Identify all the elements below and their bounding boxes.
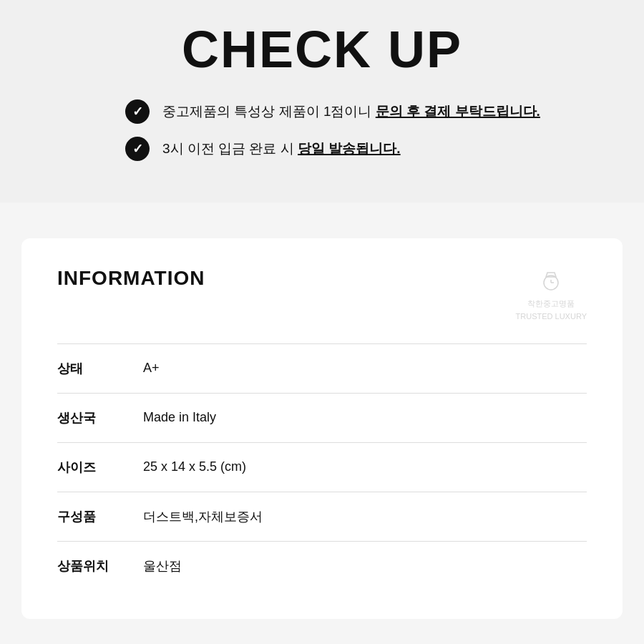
info-row: 상품위치울산점 [57, 541, 587, 590]
check-text-1: 중고제품의 특성상 제품이 1점이니 문의 후 결제 부탁드립니다. [162, 102, 540, 122]
info-label-2: 사이즈 [57, 459, 143, 476]
info-value-3: 더스트백,자체보증서 [143, 508, 263, 525]
header-section: CHECK UP 중고제품의 특성상 제품이 1점이니 문의 후 결제 부탁드립… [0, 0, 644, 203]
info-value-1: Made in Italy [143, 410, 216, 425]
check-items-list: 중고제품의 특성상 제품이 1점이니 문의 후 결제 부탁드립니다. 3시 이전… [125, 99, 540, 174]
info-row: 생산국Made in Italy [57, 393, 587, 442]
check-item-1: 중고제품의 특성상 제품이 1점이니 문의 후 결제 부탁드립니다. [125, 99, 540, 124]
info-row: 사이즈25 x 14 x 5.5 (cm) [57, 442, 587, 492]
check-text-before-1: 중고제품의 특성상 제품이 1점이니 [162, 104, 376, 119]
info-title: INFORMATION [57, 267, 205, 290]
check-item-2: 3시 이전 입금 완료 시 당일 발송됩니다. [125, 137, 540, 161]
info-value-0: A+ [143, 361, 160, 376]
check-icon-1 [125, 99, 150, 124]
info-label-4: 상품위치 [57, 557, 143, 575]
info-row: 상태A+ [57, 343, 587, 393]
check-text-before-2: 3시 이전 입금 완료 시 [162, 141, 298, 156]
check-text-highlight-2: 당일 발송됩니다. [298, 141, 401, 156]
watermark-icon [537, 267, 565, 296]
watermark-text-line2: TRUSTED LUXURY [516, 311, 587, 321]
info-label-3: 구성품 [57, 508, 143, 525]
info-value-2: 25 x 14 x 5.5 (cm) [143, 459, 246, 474]
info-card: INFORMATION 착한중고명품 TRUSTED LUXURY 상태A+생산… [21, 238, 623, 619]
check-text-highlight-1: 문의 후 결제 부탁드립니다. [376, 104, 540, 119]
info-value-4: 울산점 [143, 557, 182, 575]
info-header: INFORMATION 착한중고명품 TRUSTED LUXURY [57, 267, 587, 322]
check-text-2: 3시 이전 입금 완료 시 당일 발송됩니다. [162, 140, 401, 159]
check-icon-2 [125, 137, 150, 161]
info-label-1: 생산국 [57, 409, 143, 426]
main-title: CHECK UP [14, 21, 630, 78]
info-label-0: 상태 [57, 360, 143, 377]
watermark-text-line1: 착한중고명품 [527, 298, 575, 308]
watermark: 착한중고명품 TRUSTED LUXURY [516, 267, 587, 322]
info-row: 구성품더스트백,자체보증서 [57, 492, 587, 541]
info-rows-container: 상태A+생산국Made in Italy사이즈25 x 14 x 5.5 (cm… [57, 343, 587, 590]
content-area: INFORMATION 착한중고명품 TRUSTED LUXURY 상태A+생산… [0, 203, 644, 640]
